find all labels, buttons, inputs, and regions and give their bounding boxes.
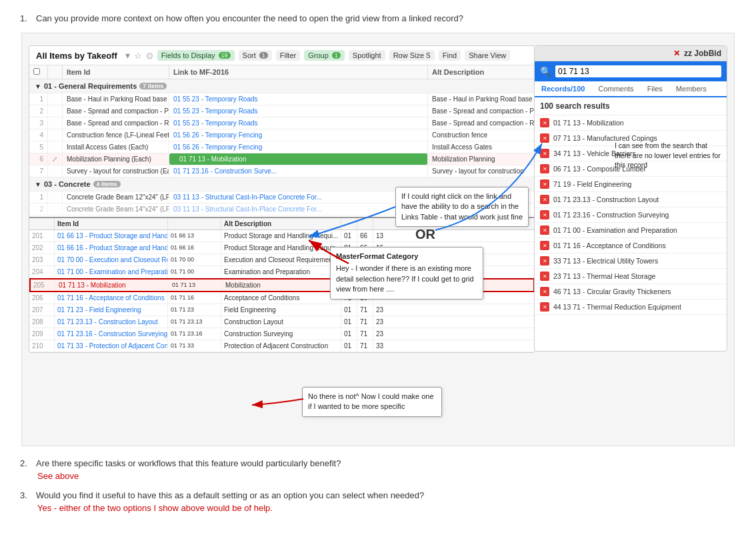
result-item[interactable]: ✕ 23 71 13 - Thermal Heat Storage [535,269,727,284]
search-input[interactable] [555,65,721,77]
tab-records[interactable]: Records/100 [535,81,591,97]
link-cell[interactable]: 01 56 26 - Temporary Fencing [169,141,428,153]
row-num: 3 [29,117,48,129]
sort-button[interactable]: Sort 1 [239,50,272,61]
expand-cell[interactable] [48,191,63,203]
result-item[interactable]: ✕ 01 71 16 - Acceptance of Conditions [535,238,727,253]
flat-row: 207 01 71 23 - Field Engineering 01 71 2… [29,304,535,316]
star-icon[interactable]: ☆ [134,51,142,61]
tab-comments[interactable]: Comments [591,81,640,96]
item-id-header: Item Id [63,65,169,79]
close-icon[interactable]: ✕ [673,49,680,58]
callout-search-note: I can see from the search that there are… [609,137,726,174]
filter-button[interactable]: Filter [276,50,300,61]
checkbox-header [29,65,48,79]
section-1-label: 01 - General Requirements [44,82,137,90]
result-label: 01 71 23.13 - Construction Layout [553,195,659,203]
item-id-cell: Mobilization Planning (Each) [63,153,169,165]
result-icon: ✕ [540,149,549,158]
tab-members[interactable]: Members [669,81,713,96]
item-id-cell: Base - Haul in Parking Road base (CY-Cub… [63,93,169,105]
alt-desc-cell: Base - Spread and compaction - Road [428,117,535,129]
alt-desc-cell: Survey - layout for construction [428,165,535,177]
result-item[interactable]: ✕ 01 71 00 - Examination and Preparation [535,223,727,238]
section-2-count: 4 items [93,181,121,187]
result-item[interactable]: ✕ 44 13 71 - Thermal Reduction Equipment [535,300,727,315]
row-num: 6 [29,153,48,165]
share-view-button[interactable]: Share View [465,50,510,61]
right-panel-tabs: Records/100 Comments Files Members [535,81,727,97]
or-label: OR [415,227,435,242]
expand-cell[interactable] [48,129,63,141]
alt-desc-cell: Install Access Gates [428,141,535,153]
group-count-badge: 1 [332,52,341,59]
table-row: 1 Base - Haul in Parking Road base (CY-C… [29,93,535,105]
expand-cell[interactable] [48,117,63,129]
answer-2: See above [37,471,736,481]
result-icon: ✕ [540,225,549,235]
result-icon: ✕ [540,287,549,296]
result-label: 01 71 13 - Mobilization [553,119,624,127]
dot-menu-icon[interactable]: ▾ [125,50,130,61]
item-id-cell: Base - Spread and compaction - Parking (… [63,105,169,117]
result-item[interactable]: ✕ 71 19 - Field Engineering [535,177,727,192]
fields-button[interactable]: Fields to Display 19 [157,50,235,61]
expand-cell[interactable] [48,141,63,153]
callout-masterformat: MasterFormat Category Hey - I wonder if … [330,247,483,300]
link-cell-highlighted[interactable]: 01 71 13 - Mobilization [169,153,428,165]
link-cell[interactable]: 01 56 26 - Temporary Fencing [169,129,428,141]
callout-no-there: No there is not^ Now I could make one if… [302,387,442,417]
table-row: 5 Install Access Gates (Each) 01 56 26 -… [29,141,535,153]
link-cell[interactable]: 01 55 23 - Temporary Roads [169,93,428,105]
expand-cell[interactable] [48,203,63,215]
grid-title: All Items by Takeoff [36,51,117,61]
find-button[interactable]: Find [439,50,461,61]
expand-header [48,65,63,79]
result-icon: ✕ [540,302,549,312]
expand-cell[interactable] [48,105,63,117]
results-header: 100 search results [535,97,727,115]
result-icon: ✕ [540,195,549,204]
flat-row: 208 01 71 23.13 - Construction Layout 01… [29,316,535,328]
select-all-checkbox[interactable] [33,68,40,75]
result-item[interactable]: ✕ 01 71 23.13 - Construction Layout [535,192,727,207]
group-button[interactable]: Group 1 [304,50,345,61]
result-item[interactable]: ✕ 33 71 13 - Electrical Utility Towers [535,253,727,269]
alt-desc-header: Alt Description [428,65,535,79]
item-id-cell: Install Access Gates (Each) [63,141,169,153]
row-size-count: S [426,52,431,59]
tab-files[interactable]: Files [641,81,669,96]
callout-right-click-text: If I could right click on the link and h… [401,192,523,221]
expand-icon[interactable]: ⤢ [52,155,57,163]
result-label: 44 13 71 - Thermal Reduction Equipment [553,303,681,311]
alt-desc-cell: Construction fence [428,129,535,141]
link-cell[interactable]: 01 55 23 - Temporary Roads [169,105,428,117]
result-label: 33 71 13 - Electrical Utility Towers [553,257,658,265]
row-size-label: Row Size [393,51,424,59]
alt-desc-cell: Mobilization Planning [428,153,535,165]
screenshot-area: All Items by Takeoff ▾ ☆ ⊙ Fields to Dis… [21,33,735,446]
spotlight-label: Spotlight [353,51,381,59]
result-item[interactable]: ✕ 01 71 23.16 - Construction Surveying [535,207,727,223]
expand-cell[interactable] [48,93,63,105]
link-cell[interactable]: 01 55 23 - Temporary Roads [169,117,428,129]
expand-cell[interactable]: ⤢ [48,153,63,165]
share-icon[interactable]: ⊙ [146,51,153,61]
item-id-cell: Base - Spread and compaction - Road (CY-… [63,117,169,129]
right-panel-header: ✕ zz JobBid [535,46,727,61]
link-cell[interactable]: 03 11 13 - Structural Cast-In-Place Conc… [169,191,428,203]
result-item[interactable]: ✕ 46 71 13 - Circular Gravity Thickeners [535,284,727,300]
link-cell[interactable]: 01 71 23.16 - Construction Surve... [169,165,428,177]
link-cell[interactable]: 03 11 13 - Structural Cast-In-Place Conc… [169,203,428,215]
right-panel-title: zz JobBid [684,49,721,58]
row-size-button[interactable]: Row Size S [389,50,435,61]
result-item[interactable]: ✕ 01 71 13 - Mobilization [535,115,727,131]
section-1-collapse-icon[interactable]: ▼ [35,83,41,90]
section-2-collapse-icon[interactable]: ▼ [35,181,41,188]
table-row: 2 Base - Spread and compaction - Parking… [29,105,535,117]
spotlight-button[interactable]: Spotlight [349,50,385,61]
table-row: 7 Survey - layout for construction (Each… [29,165,535,177]
right-panel-body: 100 search results ✕ 01 71 13 - Mobiliza… [535,97,727,351]
fields-count-badge: 19 [219,52,231,59]
expand-cell[interactable] [48,165,63,177]
